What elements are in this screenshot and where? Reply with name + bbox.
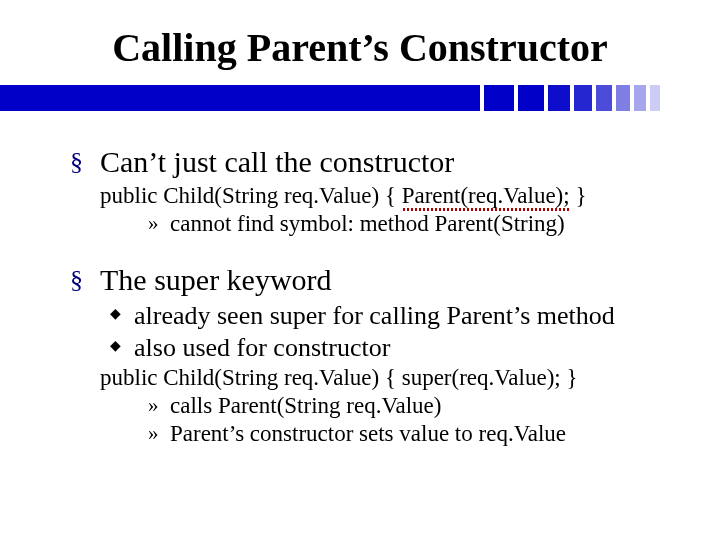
bullet-text: The super keyword [100, 263, 332, 296]
bullet-text: also used for constructor [134, 333, 390, 362]
code-line: public Child(String req.Value) { super(r… [70, 365, 678, 391]
ribbon-seg [650, 85, 660, 111]
bullet-l3: cannot find symbol: method Parent(String… [70, 211, 678, 237]
bullet-l3: Parent’s constructor sets value to req.V… [70, 421, 678, 447]
code-text: public Child(String req.Value) { [100, 183, 402, 208]
ribbon-seg [616, 85, 630, 111]
spellcheck-error: Parent(req.Value); [402, 183, 570, 209]
bullet-text: Can’t just call the constructor [100, 145, 454, 178]
code-text: public Child(String req.Value) { super(r… [100, 365, 578, 390]
bullet-text: already seen super for calling Parent’s … [134, 301, 615, 330]
ribbon-seg [484, 85, 514, 111]
bullet-l2: also used for constructor [70, 333, 678, 363]
bullet-text: Parent’s constructor sets value to req.V… [170, 421, 566, 446]
bullet-text: cannot find symbol: method Parent(String… [170, 211, 565, 236]
bullet-l1: The super keyword [70, 263, 678, 297]
bullet-text: calls Parent(String req.Value) [170, 393, 441, 418]
title-ribbon [0, 85, 720, 111]
slide-title: Calling Parent’s Constructor [30, 24, 690, 71]
content: Can’t just call the constructor public C… [0, 145, 720, 447]
ribbon-seg [574, 85, 592, 111]
spacer [70, 239, 678, 257]
bullet-l3: calls Parent(String req.Value) [70, 393, 678, 419]
slide: Calling Parent’s Constructor Can’t just … [0, 0, 720, 540]
ribbon-bar [0, 85, 480, 111]
bullet-l2: already seen super for calling Parent’s … [70, 301, 678, 331]
ribbon-seg [596, 85, 612, 111]
ribbon-seg [634, 85, 646, 111]
code-text: } [570, 183, 587, 208]
bullet-l1: Can’t just call the constructor [70, 145, 678, 179]
ribbon-seg [548, 85, 570, 111]
code-line: public Child(String req.Value) { Parent(… [70, 183, 678, 209]
ribbon-seg [518, 85, 544, 111]
